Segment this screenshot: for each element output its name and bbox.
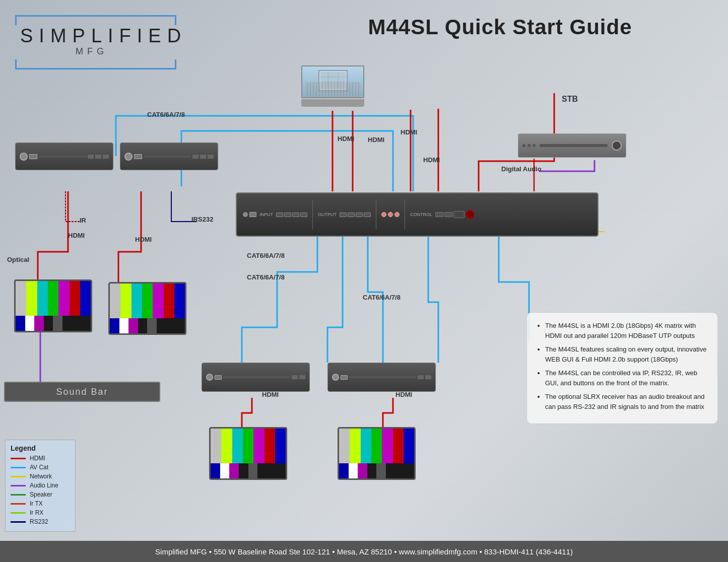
info-item-3: The M44SL can be controlled via IP, RS23… <box>545 368 708 388</box>
info-list: The M44SL is a HDMI 2.0b (18Gbps) 4K mat… <box>536 321 708 411</box>
info-item-1: The M44SL is a HDMI 2.0b (18Gbps) 4K mat… <box>545 321 708 340</box>
page-title: M44SL Quick Start Guide <box>292 15 708 39</box>
legend-label-network: Network <box>30 473 52 480</box>
legend-label-audio: Audio Line <box>30 482 58 489</box>
sound-bar: Sound Bar <box>4 382 160 402</box>
legend-item-rs232: RS232 <box>11 518 70 525</box>
matrix-unit: INPUT OUTPUT CONTROL <box>236 192 599 237</box>
tv-screen-2 <box>108 282 186 335</box>
receiver-bottom-left <box>202 363 310 392</box>
legend-line-avcat <box>11 467 26 468</box>
hdmi-label-7: HDMI <box>262 391 279 398</box>
legend-label-hdmi: HDMI <box>30 455 45 462</box>
cat-label-bot: CAT6/6A/7/8 <box>363 294 401 301</box>
legend-item-audio: Audio Line <box>11 482 70 489</box>
legend-item-avcat: AV Cat <box>11 464 70 471</box>
hdmi-label-2: HDMI <box>401 128 417 136</box>
legend-title: Legend <box>11 444 70 452</box>
legend-item-hdmi: HDMI <box>11 455 70 462</box>
legend-label-irtx: Ir TX <box>30 500 43 507</box>
info-item-2: The M44SL features scaling on every outp… <box>545 344 708 364</box>
apple-tv-device: apple tv <box>382 75 438 111</box>
hdmi-label-8: HDMI <box>395 391 412 398</box>
info-item-4: The optional SLRX receiver has an audio … <box>545 392 708 411</box>
legend-line-network <box>11 476 26 477</box>
logo-area: SIMPLIFIED MFG <box>15 15 176 81</box>
logo-sub: MFG <box>76 46 108 57</box>
legend-line-audio <box>11 485 26 486</box>
hdmi-label-3: HDMI <box>423 156 440 164</box>
roku-device: ROKU <box>451 75 508 110</box>
legend-item-network: Network <box>11 473 70 480</box>
logo-brand: SIMPLIFIED <box>20 25 187 47</box>
laptop-device <box>301 65 364 110</box>
cat-label-mid1: CAT6/6A/7/8 <box>247 252 285 259</box>
legend-label-rs232: RS232 <box>30 518 48 525</box>
hdmi-label-1: HDMI <box>368 136 384 144</box>
receiver-top-right <box>518 133 626 158</box>
legend-line-irtx <box>11 503 26 505</box>
legend-line-speaker <box>11 494 26 496</box>
legend-item-irrx: Ir RX <box>11 509 70 516</box>
footer: Simplified MFG • 550 W Baseline Road Ste… <box>0 541 728 562</box>
tv-screen-1 <box>14 279 92 332</box>
tv-screen-3 <box>209 427 287 480</box>
legend-line-hdmi <box>11 458 26 459</box>
stb-label: STB <box>562 95 578 104</box>
legend-item-irtx: Ir TX <box>11 500 70 507</box>
receiver-bottom-right <box>327 363 436 392</box>
transmitter-left-2 <box>120 143 218 170</box>
logo-bracket-top <box>15 15 176 25</box>
legend: Legend HDMI AV Cat Network Audio Line Sp… <box>5 440 76 532</box>
ir-label: IR <box>80 217 86 224</box>
legend-item-speaker: Speaker <box>11 491 70 498</box>
hdmi-label-4: HDMI <box>338 135 354 143</box>
transmitter-left-1 <box>15 143 113 170</box>
irs232-label: IRS232 <box>191 216 213 223</box>
optical-label: Optical <box>7 256 29 263</box>
hdmi-label-6: HDMI <box>135 236 152 243</box>
digital-audio-label: Digital Audio <box>501 165 542 173</box>
footer-text: Simplified MFG • 550 W Baseline Road Ste… <box>155 547 573 556</box>
legend-line-irrx <box>11 512 26 514</box>
tv-screen-4 <box>338 427 416 480</box>
legend-line-rs232 <box>11 521 26 523</box>
legend-label-irrx: Ir RX <box>30 509 43 516</box>
logo-bracket-bottom <box>15 59 176 69</box>
hdmi-label-5: HDMI <box>68 232 85 239</box>
info-box: The M44SL is a HDMI 2.0b (18Gbps) 4K mat… <box>526 312 718 424</box>
cat-label-top: CAT6/6A/7/8 <box>147 111 185 118</box>
stb-device <box>521 69 625 94</box>
cat-label-mid2: CAT6/6A/7/8 <box>247 273 285 281</box>
legend-label-speaker: Speaker <box>30 491 52 498</box>
legend-label-avcat: AV Cat <box>30 464 48 471</box>
